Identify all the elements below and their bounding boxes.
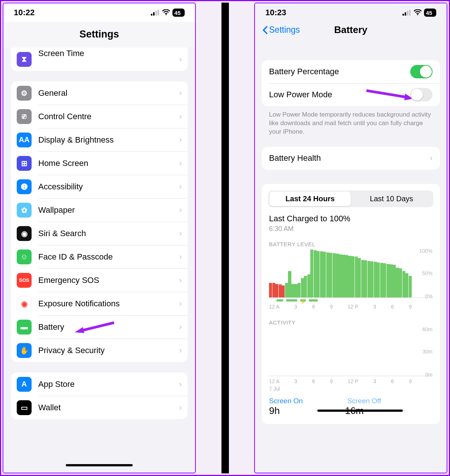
- bar: [301, 278, 304, 297]
- chevron-right-icon: ›: [179, 379, 182, 389]
- row-emergency-sos[interactable]: SOSEmergency SOS›: [11, 268, 188, 292]
- status-bar: 10:23 45: [255, 3, 447, 22]
- home-indicator[interactable]: [3, 458, 195, 473]
- bar: [275, 284, 278, 297]
- bar: [329, 253, 332, 297]
- wifi-icon: [414, 8, 422, 17]
- bar: [326, 252, 329, 297]
- bar: [393, 265, 396, 297]
- row-accessibility[interactable]: ➊Accessibility›: [11, 175, 188, 198]
- face-icon: ☺: [17, 250, 32, 264]
- bar: [374, 262, 377, 297]
- grid-icon: ⊞: [17, 156, 32, 171]
- bar: [336, 254, 339, 297]
- x-axis: 12 A36912 P369: [262, 301, 440, 310]
- bar: [317, 251, 320, 297]
- bar: [405, 273, 408, 297]
- seg-24h[interactable]: Last 24 Hours: [269, 192, 351, 206]
- battery-level-chart: 100% 50% 0% ⚡: [269, 250, 433, 301]
- screen-off-label: Screen Off: [347, 397, 381, 405]
- bar: [396, 268, 399, 297]
- x-axis: 12 A36912 P369: [262, 376, 440, 384]
- row-wallpaper[interactable]: ✿Wallpaper›: [11, 198, 188, 222]
- chevron-right-icon: ›: [430, 153, 433, 163]
- bar: [333, 253, 336, 297]
- row-app-store[interactable]: AApp Store›: [11, 372, 188, 396]
- chevron-right-icon: ›: [179, 346, 182, 355]
- row-control-centre[interactable]: ⎚Control Centre›: [11, 105, 188, 128]
- row-home-screen[interactable]: ⊞Home Screen›: [11, 151, 188, 175]
- row-siri-search[interactable]: ◉Siri & Search›: [11, 222, 188, 245]
- chevron-right-icon: ›: [179, 159, 182, 168]
- bar: [320, 251, 323, 297]
- back-button[interactable]: Settings: [262, 25, 300, 35]
- last-charged-title: Last Charged to 100%: [262, 207, 440, 225]
- bar: [402, 271, 405, 297]
- seg-10d[interactable]: Last 10 Days: [351, 192, 432, 206]
- row-battery-percentage: Battery Percentage: [262, 60, 440, 83]
- annotation-strike: [317, 410, 403, 412]
- status-time: 10:22: [14, 8, 35, 17]
- battery-level-title: BATTERY LEVEL: [262, 238, 440, 250]
- row-general[interactable]: ⚙︎General›: [11, 81, 188, 105]
- row-display-brightness[interactable]: AADisplay & Brightness›: [11, 128, 188, 151]
- lpm-footnote: Low Power Mode temporarily reduces backg…: [262, 106, 440, 136]
- charging-indicator: ⚡: [276, 299, 433, 301]
- chevron-right-icon: ›: [179, 205, 182, 215]
- chevron-right-icon: ›: [179, 403, 182, 413]
- chevron-right-icon: ›: [179, 322, 182, 332]
- screen-on-label: Screen On: [269, 397, 303, 405]
- segmented-control[interactable]: Last 24 Hours Last 10 Days: [268, 190, 433, 207]
- switches-icon: ⎚: [17, 109, 32, 124]
- bar: [342, 255, 345, 297]
- bar: [307, 274, 310, 297]
- toggles-card: Battery PercentageLow Power Mode: [262, 60, 440, 106]
- row-wallet[interactable]: ▭Wallet›: [11, 396, 188, 419]
- chevron-right-icon: ›: [179, 55, 182, 64]
- hand-icon: ✋: [17, 343, 32, 358]
- last-charged-time: 6:30 AM: [262, 225, 440, 238]
- battery-icon: 45: [172, 9, 185, 17]
- cellular-icon: [402, 10, 411, 16]
- bar: [310, 250, 313, 297]
- bar: [323, 252, 326, 297]
- bar: [389, 264, 392, 297]
- chevron-right-icon: ›: [179, 112, 182, 121]
- svg-point-2: [417, 14, 418, 15]
- chart-date: 7 Jul: [262, 384, 440, 393]
- bar: [298, 283, 301, 297]
- bar: [285, 283, 288, 297]
- row-battery-health[interactable]: Battery Health ›: [262, 147, 440, 170]
- chevron-right-icon: ›: [179, 182, 182, 192]
- bar: [377, 263, 380, 297]
- bar: [380, 263, 383, 297]
- toggle-switch[interactable]: [410, 88, 433, 101]
- bar: [355, 257, 358, 297]
- chevron-right-icon: ›: [179, 252, 182, 262]
- exposure-icon: ◉: [17, 296, 32, 311]
- AA-icon: AA: [17, 133, 32, 147]
- flower-icon: ✿: [17, 203, 32, 218]
- battery-icon: ▬: [17, 320, 32, 335]
- wallet-icon: ▭: [17, 400, 32, 415]
- battery-screen: 10:23 45 Settings Battery Battery Percen…: [254, 3, 447, 473]
- bar: [409, 276, 412, 297]
- bar: [294, 284, 297, 297]
- chevron-right-icon: ›: [179, 276, 182, 285]
- row-screen-time[interactable]: ⧗ Screen Time ›: [11, 48, 188, 71]
- page-title: Settings: [3, 22, 195, 48]
- battery-icon: 45: [424, 9, 436, 17]
- wifi-icon: [162, 8, 170, 17]
- status-time: 10:23: [265, 8, 286, 17]
- row-low-power-mode: Low Power Mode: [262, 83, 440, 106]
- bar: [304, 276, 307, 297]
- chevron-right-icon: ›: [179, 229, 182, 238]
- row-battery[interactable]: ▬Battery›: [11, 315, 188, 339]
- settings-screen: 10:22 45 Settings ⧗ Screen Time › ⚙︎Gene…: [3, 3, 196, 473]
- row-face-id-passcode[interactable]: ☺Face ID & Passcode›: [11, 245, 188, 268]
- bar: [399, 268, 402, 297]
- row-exposure-notifications[interactable]: ◉Exposure Notifications›: [11, 292, 188, 315]
- row-privacy-security[interactable]: ✋Privacy & Security›: [11, 339, 188, 362]
- bar: [291, 284, 294, 297]
- toggle-switch[interactable]: [410, 65, 433, 78]
